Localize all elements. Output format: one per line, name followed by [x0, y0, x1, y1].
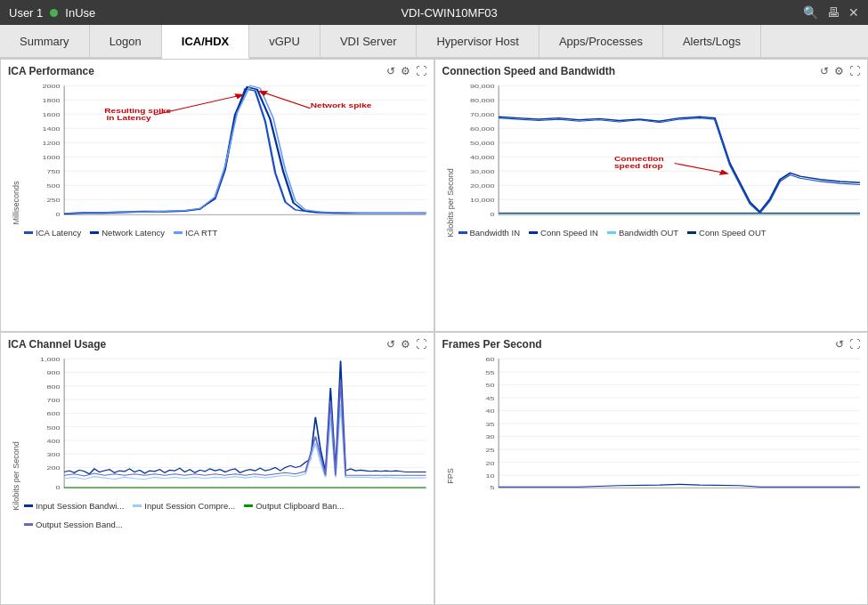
legend-input-session-bw: Input Session Bandwi...	[24, 501, 124, 511]
legend-network-latency: Network Latency	[90, 228, 165, 238]
connection-speed-panel: Connection Speed and Bandwidth ↺ ⚙ ⛶ Kil…	[434, 59, 869, 332]
legend-output-session-bw: Output Session Band...	[24, 520, 123, 529]
title-bar-left: User 1 InUse	[9, 6, 95, 20]
svg-text:30,000: 30,000	[470, 169, 495, 175]
svg-line-27	[263, 93, 311, 109]
tab-icahdx[interactable]: ICA/HDX	[162, 25, 249, 59]
svg-text:0: 0	[490, 212, 494, 218]
svg-text:50,000: 50,000	[470, 141, 495, 147]
ica-perf-refresh-icon[interactable]: ↺	[386, 65, 395, 77]
svg-text:1600: 1600	[43, 112, 61, 118]
conn-speed-refresh-icon[interactable]: ↺	[820, 65, 829, 77]
ica-channel-gear-icon[interactable]: ⚙	[401, 338, 410, 351]
svg-text:Network spike: Network spike	[311, 102, 372, 109]
machine-name-label: VDI-CWIN10MF03	[95, 6, 803, 20]
fps-y-label-col: FPS	[442, 352, 458, 599]
tab-vdiserver[interactable]: VDI Server	[320, 25, 418, 57]
svg-text:60,000: 60,000	[470, 126, 495, 133]
svg-text:40,000: 40,000	[470, 155, 495, 161]
legend-bw-out-label: Bandwidth OUT	[619, 228, 678, 238]
connection-speed-icons: ↺ ⚙ ⛶	[820, 65, 860, 77]
svg-text:500: 500	[47, 424, 61, 431]
conn-speed-y-label: Kilobits per Second	[446, 168, 455, 238]
svg-text:200: 200	[47, 465, 61, 472]
svg-text:25: 25	[485, 448, 494, 454]
legend-ica-latency-dot	[24, 231, 33, 234]
svg-text:50: 50	[485, 383, 494, 389]
svg-text:1200: 1200	[43, 141, 61, 147]
svg-text:90,000: 90,000	[470, 84, 495, 90]
tab-apps[interactable]: Apps/Processes	[539, 25, 663, 57]
svg-text:400: 400	[47, 438, 61, 444]
legend-input-comp-dot	[133, 504, 142, 507]
ica-performance-header: ICA Performance ↺ ⚙ ⛶	[8, 65, 426, 77]
svg-text:20,000: 20,000	[470, 183, 495, 190]
svg-text:750: 750	[47, 169, 61, 175]
svg-text:700: 700	[47, 398, 61, 404]
legend-input-session-comp: Input Session Compre...	[133, 501, 235, 511]
conn-speed-gear-icon[interactable]: ⚙	[834, 65, 844, 77]
connection-speed-title: Connection Speed and Bandwidth	[442, 65, 616, 77]
legend-output-clipboard: Output Clipboard Ban...	[244, 501, 344, 511]
svg-line-52	[674, 164, 724, 173]
legend-ica-latency-label: ICA Latency	[36, 228, 81, 238]
legend-bandwidth-in: Bandwidth IN	[458, 228, 521, 238]
ica-perf-y-label-col: Milliseconds	[8, 79, 24, 326]
tab-vgpu[interactable]: vGPU	[249, 25, 320, 57]
svg-text:40: 40	[485, 408, 494, 415]
svg-text:0: 0	[56, 485, 61, 491]
svg-text:speed drop: speed drop	[613, 163, 662, 170]
legend-conn-speed-in: Conn Speed IN	[529, 228, 598, 238]
legend-output-bw-dot	[24, 523, 33, 526]
legend-input-bw-dot	[24, 504, 33, 507]
ica-performance-title: ICA Performance	[8, 65, 94, 77]
svg-text:600: 600	[47, 411, 61, 417]
search-icon[interactable]: 🔍	[803, 5, 818, 20]
fps-refresh-icon[interactable]: ↺	[835, 338, 844, 351]
svg-text:10,000: 10,000	[470, 198, 495, 204]
tab-alerts[interactable]: Alerts/Logs	[663, 25, 761, 57]
svg-text:300: 300	[47, 452, 61, 458]
svg-text:55: 55	[485, 369, 494, 375]
legend-ica-rtt-label: ICA RTT	[185, 228, 217, 238]
svg-text:70,000: 70,000	[470, 112, 495, 118]
close-icon[interactable]: ✕	[848, 5, 859, 20]
ica-perf-expand-icon[interactable]: ⛶	[416, 65, 426, 77]
tab-hypervisor[interactable]: Hypervisor Host	[417, 25, 539, 57]
svg-text:2000: 2000	[43, 84, 61, 90]
ica-performance-chart-area: Milliseconds 2000 1800	[8, 79, 426, 326]
ica-channel-expand-icon[interactable]: ⛶	[416, 338, 426, 351]
legend-ica-rtt: ICA RTT	[174, 228, 217, 238]
ica-channel-svg: 1,000 900 800 700 600 500 400 300 200 0	[24, 352, 426, 495]
svg-text:45: 45	[485, 395, 494, 401]
legend-input-bw-label: Input Session Bandwi...	[36, 501, 124, 511]
main-content: ICA Performance ↺ ⚙ ⛶ Milliseconds	[0, 59, 868, 605]
legend-conn-speed-out-dot	[687, 231, 696, 234]
print-icon[interactable]: 🖶	[827, 5, 840, 20]
svg-text:30: 30	[485, 434, 494, 440]
connection-speed-header: Connection Speed and Bandwidth ↺ ⚙ ⛶	[442, 65, 861, 77]
legend-input-comp-label: Input Session Compre...	[144, 501, 235, 511]
ica-perf-chart-col: 2000 1800 1600 1400 1200 1000 750 500 25…	[24, 79, 426, 326]
fps-expand-icon[interactable]: ⛶	[849, 338, 860, 351]
svg-text:900: 900	[47, 370, 61, 376]
legend-output-clip-label: Output Clipboard Ban...	[256, 501, 344, 511]
svg-text:800: 800	[47, 383, 61, 390]
svg-text:0: 0	[56, 212, 61, 218]
status-label: InUse	[65, 6, 95, 20]
tab-logon[interactable]: Logon	[90, 25, 162, 57]
fps-title: Frames Per Second	[442, 338, 542, 351]
connection-speed-chart-area: Kilobits per Second 90,000	[442, 79, 861, 326]
svg-text:80,000: 80,000	[470, 98, 495, 104]
tab-summary[interactable]: Summary	[0, 25, 90, 57]
legend-bw-in-dot	[458, 231, 467, 234]
conn-speed-y-label-col: Kilobits per Second	[442, 79, 458, 326]
fps-header: Frames Per Second ↺ ⛶	[442, 338, 861, 351]
ica-channel-panel: ICA Channel Usage ↺ ⚙ ⛶ Kilobits per Sec…	[0, 332, 434, 605]
ica-channel-refresh-icon[interactable]: ↺	[386, 338, 395, 351]
legend-conn-speed-in-label: Conn Speed IN	[540, 228, 598, 238]
ica-perf-gear-icon[interactable]: ⚙	[401, 65, 410, 77]
title-bar: User 1 InUse VDI-CWIN10MF03 🔍 🖶 ✕	[0, 0, 868, 25]
conn-speed-expand-icon[interactable]: ⛶	[849, 65, 860, 77]
ica-channel-legend: Input Session Bandwi... Input Session Co…	[24, 501, 426, 529]
